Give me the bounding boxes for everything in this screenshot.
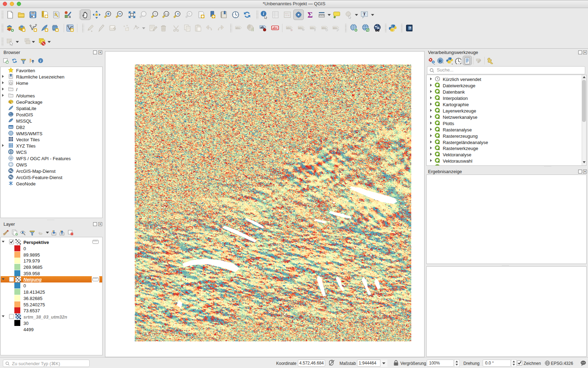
- svg-text:DB2: DB2: [9, 126, 13, 128]
- svg-text:a: a: [69, 14, 71, 19]
- svg-text:?: ?: [409, 26, 411, 30]
- svg-text:Σ: Σ: [307, 11, 313, 19]
- svg-text:R: R: [439, 58, 442, 63]
- svg-text:T: T: [363, 12, 366, 16]
- svg-text:V: V: [10, 157, 12, 159]
- svg-text:abc: abc: [299, 26, 303, 29]
- svg-text:abc: abc: [333, 26, 338, 29]
- svg-text:ab: ab: [260, 26, 264, 29]
- svg-text:i: i: [40, 59, 41, 63]
- svg-text:abc: abc: [322, 26, 327, 29]
- svg-text:abc: abc: [236, 26, 240, 29]
- svg-text:1:1: 1:1: [165, 13, 168, 15]
- svg-text:abc: abc: [287, 26, 291, 29]
- svg-text:abc: abc: [310, 26, 315, 29]
- svg-text:abc: abc: [272, 26, 278, 30]
